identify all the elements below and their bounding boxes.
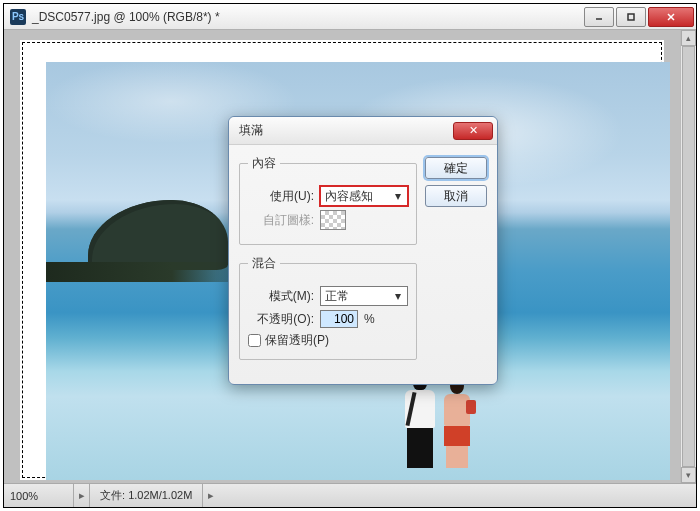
content-group-label: 內容 [248, 155, 280, 172]
preserve-transparency-row[interactable]: 保留透明(P) [248, 332, 408, 349]
custom-pattern-row: 自訂圖樣: [248, 210, 408, 230]
dialog-close-button[interactable]: ✕ [453, 122, 493, 140]
status-menu-arrow-icon[interactable]: ▸ [202, 484, 218, 507]
custom-pattern-label: 自訂圖樣: [248, 212, 314, 229]
dialog-title: 填滿 [239, 122, 453, 139]
content-group: 內容 使用(U): 內容感知 ▾ 自訂圖樣: [239, 155, 417, 245]
opacity-label: 不透明(O): [248, 311, 314, 328]
opacity-unit: % [364, 312, 375, 326]
minimize-button[interactable] [584, 7, 614, 27]
dropdown-arrow-icon: ▾ [391, 289, 405, 303]
use-dropdown[interactable]: 內容感知 ▾ [320, 186, 408, 206]
mode-value: 正常 [325, 288, 349, 305]
use-label: 使用(U): [248, 188, 314, 205]
opacity-row: 不透明(O): % [248, 310, 408, 328]
dialog-titlebar[interactable]: 填滿 ✕ [229, 117, 497, 145]
mode-label: 模式(M): [248, 288, 314, 305]
file-size-value: 1.02M/1.02M [128, 489, 192, 501]
ok-button[interactable]: 確定 [425, 157, 487, 179]
svg-rect-1 [628, 14, 634, 20]
shoreline [46, 262, 256, 282]
mode-row: 模式(M): 正常 ▾ [248, 286, 408, 306]
mode-dropdown[interactable]: 正常 ▾ [320, 286, 408, 306]
scroll-up-button[interactable]: ▴ [681, 30, 696, 46]
vertical-scrollbar[interactable]: ▴ ▾ [680, 30, 696, 483]
blend-group-label: 混合 [248, 255, 280, 272]
maximize-button[interactable] [616, 7, 646, 27]
file-size-label: 文件: [100, 489, 125, 501]
pattern-swatch [320, 210, 346, 230]
person-left [402, 374, 438, 470]
zoom-level[interactable]: 100% [4, 484, 74, 507]
file-size-info: 文件: 1.02M/1.02M [90, 488, 202, 503]
document-titlebar: Ps _DSC0577.jpg @ 100% (RGB/8*) * [4, 4, 696, 30]
use-row: 使用(U): 內容感知 ▾ [248, 186, 408, 206]
fill-dialog: 填滿 ✕ 確定 取消 內容 使用(U): 內容感知 ▾ 自訂圖樣: 混合 [228, 116, 498, 385]
scroll-thumb[interactable] [682, 46, 695, 467]
cancel-button[interactable]: 取消 [425, 185, 487, 207]
status-bar: 100% ▸ 文件: 1.02M/1.02M ▸ [4, 483, 696, 507]
app-icon: Ps [10, 9, 26, 25]
preserve-transparency-label: 保留透明(P) [265, 332, 329, 349]
opacity-input[interactable] [320, 310, 358, 328]
scroll-down-button[interactable]: ▾ [681, 467, 696, 483]
zoom-menu-arrow-icon[interactable]: ▸ [74, 484, 90, 507]
dialog-body: 確定 取消 內容 使用(U): 內容感知 ▾ 自訂圖樣: 混合 模式(M): [229, 145, 497, 384]
rock-formation [88, 200, 228, 270]
use-value: 內容感知 [325, 188, 373, 205]
preserve-transparency-checkbox[interactable] [248, 334, 261, 347]
blend-group: 混合 模式(M): 正常 ▾ 不透明(O): % 保留透明(P) [239, 255, 417, 360]
window-buttons [582, 7, 694, 27]
dialog-button-column: 確定 取消 [425, 157, 487, 207]
document-title: _DSC0577.jpg @ 100% (RGB/8*) * [32, 10, 582, 24]
person-right [440, 378, 474, 470]
dropdown-arrow-icon: ▾ [391, 189, 405, 203]
close-button[interactable] [648, 7, 694, 27]
